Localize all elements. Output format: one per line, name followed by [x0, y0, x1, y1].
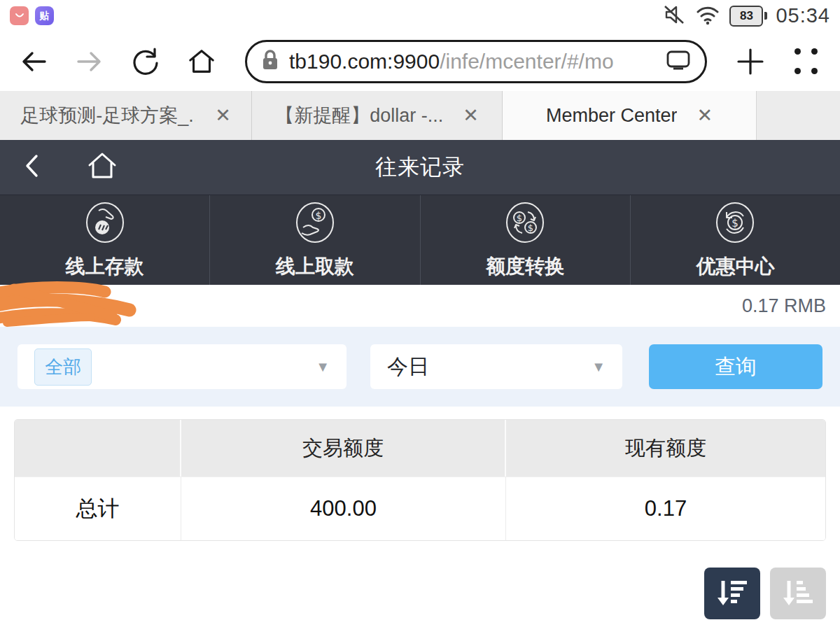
header-trade-amount: 交易额度	[181, 420, 506, 477]
sort-controls	[0, 568, 826, 619]
svg-text:$: $	[528, 223, 533, 233]
tab-football-prediction[interactable]: 足球预测-足球方案_... ✕	[0, 91, 252, 140]
summary-table: 交易额度 现有额度 总计 400.00 0.17	[14, 419, 826, 541]
total-label-cell: 总计	[15, 477, 181, 540]
battery-icon: 83	[729, 6, 767, 27]
date-range-select[interactable]: 今日 ▼	[370, 344, 622, 389]
quick-nav: 线上存款 $ 线上取款 $ $ 额度	[0, 195, 840, 285]
transfer-icon: $ $	[505, 201, 545, 247]
page-home-icon[interactable]	[85, 150, 119, 185]
table-row: 总计 400.00 0.17	[15, 477, 825, 540]
close-tab-icon[interactable]: ✕	[463, 106, 479, 125]
close-tab-icon[interactable]: ✕	[696, 106, 713, 125]
url-path: /infe/mcenter/#/mo	[440, 50, 613, 73]
wifi-icon	[694, 3, 721, 29]
page-header: 往来记录	[0, 140, 840, 195]
nav-promo-center[interactable]: $ 优惠中心	[631, 195, 840, 285]
query-button[interactable]: 查询	[649, 344, 822, 389]
tab-new-alert-dollar[interactable]: 【新提醒】dollar -... ✕	[252, 91, 503, 140]
status-bar: 贴 83 05:34	[0, 0, 840, 31]
nav-online-withdraw[interactable]: $ 线上取款	[210, 195, 420, 285]
type-chip: 全部	[34, 348, 92, 386]
table-header-row: 交易额度 现有额度	[15, 420, 825, 477]
nav-label: 线上取款	[276, 253, 354, 280]
header-current-amount: 现有额度	[506, 420, 825, 477]
svg-text:$: $	[315, 210, 321, 221]
deposit-icon	[85, 201, 125, 247]
back-icon[interactable]	[18, 46, 49, 77]
tab-member-center-active[interactable]: Member Center ✕	[503, 91, 756, 140]
main-content: 交易额度 现有额度 总计 400.00 0.17	[0, 419, 840, 619]
filter-bar: 全部 ▼ 今日 ▼ 查询	[0, 327, 840, 407]
sort-ascending-button[interactable]	[770, 568, 826, 619]
huawei-appmarket-notification-icon	[10, 6, 29, 25]
transaction-type-select[interactable]: 全部 ▼	[18, 344, 346, 389]
trade-amount-cell: 400.00	[181, 477, 506, 540]
chevron-down-icon: ▼	[316, 359, 330, 375]
svg-text:$: $	[517, 213, 522, 223]
current-amount-cell: 0.17	[506, 477, 825, 540]
account-balance: 0.17 RMB	[742, 295, 826, 317]
nav-quota-transfer[interactable]: $ $ 额度转换	[421, 195, 631, 285]
nav-label: 优惠中心	[696, 253, 774, 280]
header-empty-cell	[15, 420, 181, 477]
sort-ascending-icon	[781, 577, 815, 611]
tieba-notification-icon: 贴	[35, 6, 54, 25]
nav-label: 额度转换	[486, 253, 564, 280]
page-title: 往来记录	[0, 153, 840, 182]
page-back-icon[interactable]	[21, 150, 42, 184]
sort-descending-button[interactable]	[704, 568, 760, 619]
promo-icon: $	[715, 201, 755, 247]
tabs-menu-icon[interactable]	[791, 46, 822, 77]
tab-label: 【新提醒】dollar -...	[275, 103, 443, 128]
url-bar[interactable]: tb190.com:9900/infe/mcenter/#/mo	[245, 40, 707, 83]
home-icon[interactable]	[186, 46, 217, 77]
tab-label: 足球预测-足球方案_...	[20, 103, 195, 128]
nav-online-deposit[interactable]: 线上存款	[0, 195, 210, 285]
browser-toolbar: tb190.com:9900/infe/mcenter/#/mo	[0, 31, 840, 91]
clock-time: 05:34	[776, 4, 830, 27]
mute-icon	[662, 3, 686, 29]
balance-row: 0.17 RMB	[0, 285, 840, 327]
url-host: tb190.com:9900	[289, 50, 440, 73]
chevron-down-icon: ▼	[592, 359, 606, 375]
tab-strip-empty-area	[756, 91, 840, 140]
svg-text:$: $	[732, 217, 739, 230]
tab-label: Member Center	[546, 105, 678, 127]
nav-label: 线上存款	[66, 253, 144, 280]
lock-icon	[261, 49, 279, 74]
close-tab-icon[interactable]: ✕	[215, 106, 231, 125]
new-tab-icon[interactable]	[735, 46, 766, 77]
tab-strip: 足球预测-足球方案_... ✕ 【新提醒】dollar -... ✕ Membe…	[0, 91, 840, 140]
battery-level: 83	[729, 6, 763, 27]
date-value: 今日	[387, 353, 429, 381]
sort-descending-icon	[715, 577, 749, 611]
withdraw-icon: $	[295, 201, 335, 247]
reload-icon[interactable]	[130, 46, 161, 77]
orange-scribble-redaction	[0, 281, 144, 332]
desktop-mode-icon[interactable]	[666, 50, 691, 73]
forward-icon[interactable]	[74, 46, 105, 77]
